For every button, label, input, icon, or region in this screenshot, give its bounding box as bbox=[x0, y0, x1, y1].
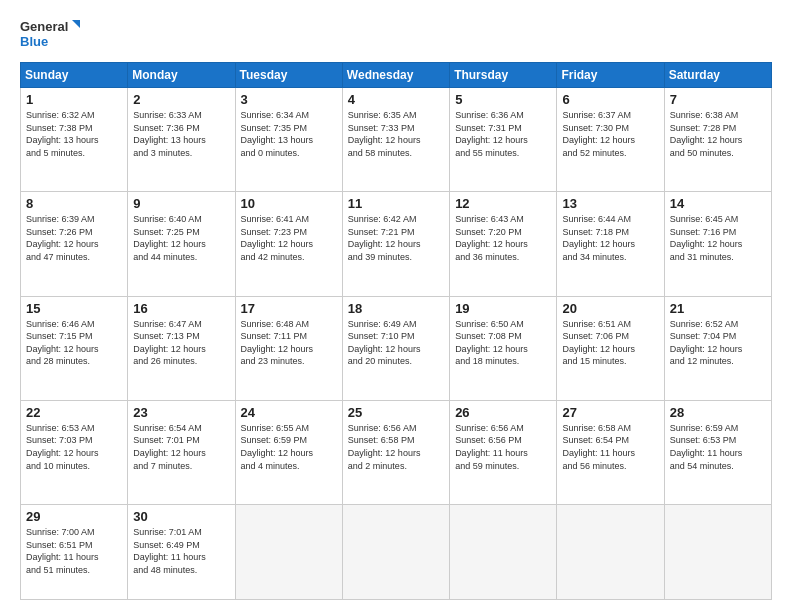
day-info-9: Sunrise: 6:40 AMSunset: 7:25 PMDaylight:… bbox=[133, 213, 229, 263]
day-number-13: 13 bbox=[562, 196, 658, 211]
day-number-10: 10 bbox=[241, 196, 337, 211]
day-cell-8: 8 Sunrise: 6:39 AMSunset: 7:26 PMDayligh… bbox=[21, 192, 128, 296]
day-number-2: 2 bbox=[133, 92, 229, 107]
day-cell-29: 29 Sunrise: 7:00 AMSunset: 6:51 PMDaylig… bbox=[21, 505, 128, 600]
day-info-18: Sunrise: 6:49 AMSunset: 7:10 PMDaylight:… bbox=[348, 318, 444, 368]
svg-marker-2 bbox=[72, 20, 80, 28]
day-number-7: 7 bbox=[670, 92, 766, 107]
day-info-30: Sunrise: 7:01 AMSunset: 6:49 PMDaylight:… bbox=[133, 526, 229, 576]
day-number-14: 14 bbox=[670, 196, 766, 211]
day-info-3: Sunrise: 6:34 AMSunset: 7:35 PMDaylight:… bbox=[241, 109, 337, 159]
calendar-table: SundayMondayTuesdayWednesdayThursdayFrid… bbox=[20, 62, 772, 600]
day-cell-26: 26 Sunrise: 6:56 AMSunset: 6:56 PMDaylig… bbox=[450, 400, 557, 504]
week-row-1: 1 Sunrise: 6:32 AMSunset: 7:38 PMDayligh… bbox=[21, 88, 772, 192]
day-info-6: Sunrise: 6:37 AMSunset: 7:30 PMDaylight:… bbox=[562, 109, 658, 159]
day-info-24: Sunrise: 6:55 AMSunset: 6:59 PMDaylight:… bbox=[241, 422, 337, 472]
day-cell-20: 20 Sunrise: 6:51 AMSunset: 7:06 PMDaylig… bbox=[557, 296, 664, 400]
day-info-28: Sunrise: 6:59 AMSunset: 6:53 PMDaylight:… bbox=[670, 422, 766, 472]
svg-text:General: General bbox=[20, 19, 68, 34]
day-cell-11: 11 Sunrise: 6:42 AMSunset: 7:21 PMDaylig… bbox=[342, 192, 449, 296]
day-number-23: 23 bbox=[133, 405, 229, 420]
day-number-30: 30 bbox=[133, 509, 229, 524]
day-info-20: Sunrise: 6:51 AMSunset: 7:06 PMDaylight:… bbox=[562, 318, 658, 368]
day-cell-14: 14 Sunrise: 6:45 AMSunset: 7:16 PMDaylig… bbox=[664, 192, 771, 296]
day-info-22: Sunrise: 6:53 AMSunset: 7:03 PMDaylight:… bbox=[26, 422, 122, 472]
day-cell-12: 12 Sunrise: 6:43 AMSunset: 7:20 PMDaylig… bbox=[450, 192, 557, 296]
empty-cell-4-6 bbox=[664, 505, 771, 600]
day-number-6: 6 bbox=[562, 92, 658, 107]
day-number-4: 4 bbox=[348, 92, 444, 107]
day-info-25: Sunrise: 6:56 AMSunset: 6:58 PMDaylight:… bbox=[348, 422, 444, 472]
page: General Blue SundayMondayTuesdayWednesda… bbox=[0, 0, 792, 612]
day-cell-25: 25 Sunrise: 6:56 AMSunset: 6:58 PMDaylig… bbox=[342, 400, 449, 504]
week-row-3: 15 Sunrise: 6:46 AMSunset: 7:15 PMDaylig… bbox=[21, 296, 772, 400]
day-cell-17: 17 Sunrise: 6:48 AMSunset: 7:11 PMDaylig… bbox=[235, 296, 342, 400]
day-info-16: Sunrise: 6:47 AMSunset: 7:13 PMDaylight:… bbox=[133, 318, 229, 368]
day-info-2: Sunrise: 6:33 AMSunset: 7:36 PMDaylight:… bbox=[133, 109, 229, 159]
day-info-27: Sunrise: 6:58 AMSunset: 6:54 PMDaylight:… bbox=[562, 422, 658, 472]
empty-cell-4-2 bbox=[235, 505, 342, 600]
day-cell-16: 16 Sunrise: 6:47 AMSunset: 7:13 PMDaylig… bbox=[128, 296, 235, 400]
col-header-friday: Friday bbox=[557, 63, 664, 88]
day-number-15: 15 bbox=[26, 301, 122, 316]
day-number-29: 29 bbox=[26, 509, 122, 524]
day-number-12: 12 bbox=[455, 196, 551, 211]
day-number-26: 26 bbox=[455, 405, 551, 420]
day-number-25: 25 bbox=[348, 405, 444, 420]
day-info-1: Sunrise: 6:32 AMSunset: 7:38 PMDaylight:… bbox=[26, 109, 122, 159]
empty-cell-4-5 bbox=[557, 505, 664, 600]
day-info-10: Sunrise: 6:41 AMSunset: 7:23 PMDaylight:… bbox=[241, 213, 337, 263]
svg-text:Blue: Blue bbox=[20, 34, 48, 49]
day-info-5: Sunrise: 6:36 AMSunset: 7:31 PMDaylight:… bbox=[455, 109, 551, 159]
logo-svg: General Blue bbox=[20, 16, 80, 52]
day-info-17: Sunrise: 6:48 AMSunset: 7:11 PMDaylight:… bbox=[241, 318, 337, 368]
day-info-26: Sunrise: 6:56 AMSunset: 6:56 PMDaylight:… bbox=[455, 422, 551, 472]
day-number-9: 9 bbox=[133, 196, 229, 211]
day-cell-9: 9 Sunrise: 6:40 AMSunset: 7:25 PMDayligh… bbox=[128, 192, 235, 296]
col-header-wednesday: Wednesday bbox=[342, 63, 449, 88]
day-info-19: Sunrise: 6:50 AMSunset: 7:08 PMDaylight:… bbox=[455, 318, 551, 368]
day-info-21: Sunrise: 6:52 AMSunset: 7:04 PMDaylight:… bbox=[670, 318, 766, 368]
day-cell-15: 15 Sunrise: 6:46 AMSunset: 7:15 PMDaylig… bbox=[21, 296, 128, 400]
day-info-4: Sunrise: 6:35 AMSunset: 7:33 PMDaylight:… bbox=[348, 109, 444, 159]
logo: General Blue bbox=[20, 16, 80, 52]
day-cell-3: 3 Sunrise: 6:34 AMSunset: 7:35 PMDayligh… bbox=[235, 88, 342, 192]
day-cell-24: 24 Sunrise: 6:55 AMSunset: 6:59 PMDaylig… bbox=[235, 400, 342, 504]
day-number-24: 24 bbox=[241, 405, 337, 420]
col-header-tuesday: Tuesday bbox=[235, 63, 342, 88]
day-info-12: Sunrise: 6:43 AMSunset: 7:20 PMDaylight:… bbox=[455, 213, 551, 263]
day-cell-5: 5 Sunrise: 6:36 AMSunset: 7:31 PMDayligh… bbox=[450, 88, 557, 192]
calendar-header-row: SundayMondayTuesdayWednesdayThursdayFrid… bbox=[21, 63, 772, 88]
col-header-sunday: Sunday bbox=[21, 63, 128, 88]
day-cell-28: 28 Sunrise: 6:59 AMSunset: 6:53 PMDaylig… bbox=[664, 400, 771, 504]
col-header-saturday: Saturday bbox=[664, 63, 771, 88]
day-info-7: Sunrise: 6:38 AMSunset: 7:28 PMDaylight:… bbox=[670, 109, 766, 159]
day-info-11: Sunrise: 6:42 AMSunset: 7:21 PMDaylight:… bbox=[348, 213, 444, 263]
day-cell-21: 21 Sunrise: 6:52 AMSunset: 7:04 PMDaylig… bbox=[664, 296, 771, 400]
day-number-16: 16 bbox=[133, 301, 229, 316]
day-info-13: Sunrise: 6:44 AMSunset: 7:18 PMDaylight:… bbox=[562, 213, 658, 263]
day-number-8: 8 bbox=[26, 196, 122, 211]
empty-cell-4-4 bbox=[450, 505, 557, 600]
week-row-5: 29 Sunrise: 7:00 AMSunset: 6:51 PMDaylig… bbox=[21, 505, 772, 600]
col-header-thursday: Thursday bbox=[450, 63, 557, 88]
day-number-21: 21 bbox=[670, 301, 766, 316]
day-number-18: 18 bbox=[348, 301, 444, 316]
day-number-5: 5 bbox=[455, 92, 551, 107]
day-cell-1: 1 Sunrise: 6:32 AMSunset: 7:38 PMDayligh… bbox=[21, 88, 128, 192]
day-cell-6: 6 Sunrise: 6:37 AMSunset: 7:30 PMDayligh… bbox=[557, 88, 664, 192]
day-number-19: 19 bbox=[455, 301, 551, 316]
header: General Blue bbox=[20, 16, 772, 52]
day-info-15: Sunrise: 6:46 AMSunset: 7:15 PMDaylight:… bbox=[26, 318, 122, 368]
week-row-4: 22 Sunrise: 6:53 AMSunset: 7:03 PMDaylig… bbox=[21, 400, 772, 504]
day-number-20: 20 bbox=[562, 301, 658, 316]
day-cell-4: 4 Sunrise: 6:35 AMSunset: 7:33 PMDayligh… bbox=[342, 88, 449, 192]
day-info-29: Sunrise: 7:00 AMSunset: 6:51 PMDaylight:… bbox=[26, 526, 122, 576]
empty-cell-4-3 bbox=[342, 505, 449, 600]
day-number-1: 1 bbox=[26, 92, 122, 107]
day-cell-23: 23 Sunrise: 6:54 AMSunset: 7:01 PMDaylig… bbox=[128, 400, 235, 504]
day-cell-2: 2 Sunrise: 6:33 AMSunset: 7:36 PMDayligh… bbox=[128, 88, 235, 192]
day-info-8: Sunrise: 6:39 AMSunset: 7:26 PMDaylight:… bbox=[26, 213, 122, 263]
day-info-23: Sunrise: 6:54 AMSunset: 7:01 PMDaylight:… bbox=[133, 422, 229, 472]
day-number-17: 17 bbox=[241, 301, 337, 316]
